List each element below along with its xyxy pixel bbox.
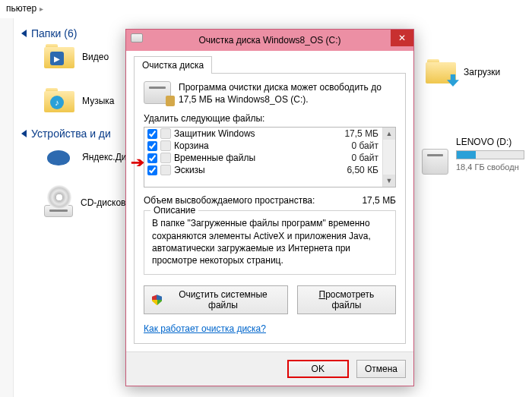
folder-label: CD-дисков: [81, 197, 125, 208]
nav-sidebar: [0, 18, 14, 397]
folder-label: Музыка: [82, 96, 114, 106]
file-item-checkbox[interactable]: [147, 141, 157, 151]
breadcrumb-text: пьютер: [6, 3, 36, 14]
file-type-icon: [160, 128, 171, 139]
breadcrumb[interactable]: пьютер ▸: [0, 0, 532, 17]
dialog-title: Очистка диска Windows8_OS (C:): [198, 35, 340, 46]
scroll-up-icon[interactable]: ▲: [383, 128, 395, 140]
ok-button[interactable]: OK: [287, 360, 349, 378]
collapse-triangle-icon: [21, 30, 27, 37]
folder-label: Загрузки: [464, 67, 500, 77]
description-group: Описание В папке "Загруженные файлы прог…: [144, 210, 396, 275]
delete-files-label: Удалить следующие файлы:: [144, 113, 396, 124]
yandex-disk-icon: [44, 144, 74, 170]
drive-usage-bar: [456, 150, 524, 159]
folder-downloads[interactable]: Загрузки: [426, 59, 524, 85]
close-button[interactable]: ✕: [391, 30, 413, 46]
file-type-icon: [160, 165, 171, 175]
view-files-button[interactable]: Просмотреть файлы: [297, 285, 396, 314]
chevron-right-icon: ▸: [40, 5, 43, 13]
file-item-size: 17,5 МБ: [344, 128, 378, 139]
file-item-name: Корзина: [174, 140, 209, 151]
file-item-name: Временные файлы: [174, 153, 255, 163]
total-freed-label: Объем высвобождаемого пространства:: [144, 195, 315, 206]
disk-cleanup-icon: [131, 33, 143, 46]
drive-free-text: 18,4 ГБ свободн: [456, 162, 524, 172]
file-type-icon: [160, 153, 171, 163]
files-list[interactable]: Защитник Windows17,5 МБКорзина0 байтВрем…: [144, 127, 396, 187]
folder-icon: [426, 59, 456, 85]
video-icon: ▶: [50, 52, 64, 65]
file-item-checkbox[interactable]: [147, 165, 157, 175]
scrollbar[interactable]: ▲ ▼: [382, 128, 395, 187]
file-item-checkbox[interactable]: [147, 153, 157, 163]
drive-lenovo-d[interactable]: LENOVO (D:) 18,4 ГБ свободн: [422, 137, 524, 175]
file-list-item[interactable]: Временные файлы0 байт: [144, 152, 382, 164]
folder-icon: ♪: [44, 88, 74, 114]
disk-cleanup-dialog: Очистка диска Windows8_OS (C:) ✕ Очистка…: [125, 29, 414, 386]
dialog-footer: OK Отмена: [126, 351, 413, 386]
file-item-size: 0 байт: [352, 140, 378, 151]
file-item-size: 0 байт: [352, 153, 378, 163]
file-item-name: Эскизы: [174, 165, 205, 175]
scroll-down-icon[interactable]: ▼: [383, 175, 395, 187]
file-item-name: Защитник Windows: [174, 128, 255, 139]
hard-drive-icon: [422, 149, 448, 175]
collapse-triangle-icon: [21, 130, 27, 137]
total-freed-value: 17,5 МБ: [362, 195, 396, 206]
folder-label: Яндекс.Ди: [82, 152, 127, 162]
description-text: В папке "Загруженные файлы программ" вре…: [152, 217, 388, 266]
help-link[interactable]: Как работает очистка диска?: [144, 323, 396, 334]
cd-drive-icon: [44, 188, 73, 217]
file-list-item[interactable]: Эскизы6,50 КБ: [144, 164, 382, 176]
music-note-icon: ♪: [50, 96, 64, 109]
folder-label: Видео: [82, 52, 109, 62]
annotation-arrow-icon: ➔: [131, 154, 144, 171]
drive-label: LENOVO (D:): [456, 137, 524, 147]
file-item-checkbox[interactable]: [147, 129, 157, 139]
section-folders-label: Папки (6): [31, 27, 77, 39]
tab-disk-cleanup[interactable]: Очистка диска: [134, 56, 212, 74]
cleanup-info-text: Программа очистки диска может освободить…: [179, 81, 396, 106]
section-devices-label: Устройства и ди: [31, 128, 111, 140]
description-legend: Описание: [150, 205, 198, 216]
file-type-icon: [160, 140, 171, 151]
file-list-item[interactable]: Защитник Windows17,5 МБ: [144, 128, 382, 140]
file-item-size: 6,50 КБ: [347, 165, 378, 175]
uac-shield-icon: [152, 295, 162, 305]
drive-cleanup-icon: [144, 81, 171, 104]
cancel-button[interactable]: Отмена: [356, 360, 406, 378]
clean-system-files-button[interactable]: Очистить системные файлы: [144, 285, 288, 314]
close-icon: ✕: [398, 33, 406, 43]
folder-icon: ▶: [44, 44, 74, 70]
file-list-item[interactable]: Корзина0 байт: [144, 140, 382, 152]
dialog-titlebar[interactable]: Очистка диска Windows8_OS (C:) ✕: [126, 30, 413, 51]
